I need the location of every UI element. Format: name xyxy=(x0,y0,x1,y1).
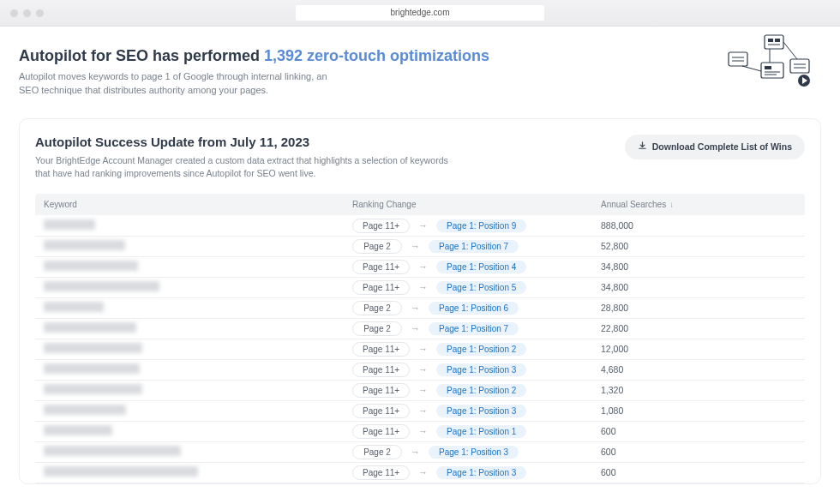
browser-chrome: brightedge.com xyxy=(0,0,840,27)
svg-rect-2 xyxy=(775,39,780,42)
svg-line-11 xyxy=(742,66,761,71)
table-row: Page 11+→Page 1: Position 9888,000 xyxy=(35,215,805,236)
ranking-from-pill: Page 2 xyxy=(352,301,402,315)
th-searches[interactable]: Annual Searches ↓ xyxy=(592,194,805,215)
maximize-window-dot[interactable] xyxy=(36,9,44,17)
table-row: Page 11+→Page 1: Position 21,320 xyxy=(35,380,805,400)
arrow-right-icon: → xyxy=(418,261,428,272)
ranking-to-pill: Page 1: Position 7 xyxy=(429,240,519,253)
ranking-from-pill: Page 11+ xyxy=(352,363,410,377)
ranking-to-pill: Page 1: Position 3 xyxy=(436,405,526,417)
keyword-redacted xyxy=(44,384,142,394)
arrow-right-icon: → xyxy=(418,405,428,416)
ranking-to-pill: Page 1: Position 2 xyxy=(436,343,526,356)
ranking-from-pill: Page 11+ xyxy=(352,219,410,233)
keyword-redacted xyxy=(44,425,112,435)
headline-prefix: Autopilot for SEO has performed xyxy=(19,47,260,64)
arrow-right-icon: → xyxy=(418,426,428,436)
minimize-window-dot[interactable] xyxy=(23,9,31,17)
annual-searches-value: 34,800 xyxy=(601,282,628,292)
keyword-redacted xyxy=(44,446,181,456)
keyword-redacted xyxy=(44,281,159,291)
annual-searches-value: 600 xyxy=(601,447,616,457)
table-row: Page 11+→Page 1: Position 1600 xyxy=(35,421,805,441)
keyword-redacted xyxy=(44,240,125,250)
keyword-redacted xyxy=(44,261,138,271)
annual-searches-value: 22,800 xyxy=(601,323,628,333)
annual-searches-value: 12,000 xyxy=(601,344,628,354)
keyword-redacted xyxy=(44,466,198,477)
ranking-to-pill: Page 1: Position 2 xyxy=(436,384,526,397)
annual-searches-value: 888,000 xyxy=(601,220,633,231)
sort-down-icon: ↓ xyxy=(669,200,674,209)
svg-rect-0 xyxy=(765,35,783,49)
table-row: Page 11+→Page 1: Position 434,800 xyxy=(35,256,805,277)
wins-table: Keyword Ranking Change Annual Searches ↓… xyxy=(35,194,805,483)
ranking-to-pill: Page 1: Position 3 xyxy=(429,446,519,459)
page-content: Autopilot for SEO has performed 1,392 ze… xyxy=(0,27,840,504)
hero-illustration xyxy=(727,33,813,95)
table-row: Page 11+→Page 1: Position 3600 xyxy=(35,462,805,483)
success-card: Autopilot Success Update from July 11, 2… xyxy=(19,118,821,484)
arrow-right-icon: → xyxy=(411,303,420,313)
table-header: Keyword Ranking Change Annual Searches ↓ xyxy=(35,194,805,215)
keyword-redacted xyxy=(44,219,95,230)
download-icon xyxy=(638,141,647,153)
annual-searches-value: 1,320 xyxy=(601,385,623,395)
annual-searches-value: 4,680 xyxy=(601,364,623,375)
ranking-from-pill: Page 11+ xyxy=(352,280,410,295)
keyword-redacted xyxy=(44,343,142,353)
th-ranking[interactable]: Ranking Change xyxy=(344,194,592,215)
table-row: Page 11+→Page 1: Position 34,680 xyxy=(35,359,805,380)
arrow-right-icon: → xyxy=(411,323,420,333)
table-row: Page 2→Page 1: Position 628,800 xyxy=(35,297,805,318)
arrow-right-icon: → xyxy=(418,282,428,292)
page-subheadline: Autopilot moves keywords to page 1 of Go… xyxy=(19,70,327,98)
page-headline: Autopilot for SEO has performed 1,392 ze… xyxy=(19,47,821,65)
svg-rect-4 xyxy=(729,52,747,66)
headline-count: 1,392 zero-touch optimizations xyxy=(264,47,489,64)
keyword-redacted xyxy=(44,302,104,312)
svg-rect-14 xyxy=(790,59,809,73)
ranking-from-pill: Page 2 xyxy=(352,239,402,254)
ranking-from-pill: Page 2 xyxy=(352,445,402,459)
arrow-right-icon: → xyxy=(418,220,428,231)
annual-searches-value: 600 xyxy=(601,426,616,436)
ranking-to-pill: Page 1: Position 1 xyxy=(436,425,526,438)
th-searches-label: Annual Searches xyxy=(601,200,666,209)
annual-searches-value: 34,800 xyxy=(601,261,628,272)
arrow-right-icon: → xyxy=(418,344,428,354)
ranking-to-pill: Page 1: Position 5 xyxy=(436,281,526,294)
download-label: Download Complete List of Wins xyxy=(652,141,792,152)
table-row: Page 2→Page 1: Position 722,800 xyxy=(35,318,805,339)
table-row: Page 2→Page 1: Position 752,800 xyxy=(35,236,805,256)
keyword-redacted xyxy=(44,322,136,333)
svg-rect-1 xyxy=(768,39,773,42)
annual-searches-value: 600 xyxy=(601,467,616,477)
ranking-from-pill: Page 11+ xyxy=(352,404,410,418)
svg-line-13 xyxy=(783,42,797,59)
ranking-to-pill: Page 1: Position 3 xyxy=(436,363,526,376)
ranking-to-pill: Page 1: Position 4 xyxy=(436,261,526,273)
download-wins-button[interactable]: Download Complete List of Wins xyxy=(625,135,805,159)
keyword-redacted xyxy=(44,363,140,374)
close-window-dot[interactable] xyxy=(10,9,18,17)
url-bar[interactable]: brightedge.com xyxy=(296,5,544,21)
annual-searches-value: 28,800 xyxy=(601,303,628,313)
arrow-right-icon: → xyxy=(418,364,428,375)
arrow-right-icon: → xyxy=(418,467,428,477)
annual-searches-value: 52,800 xyxy=(601,241,628,251)
ranking-from-pill: Page 11+ xyxy=(352,342,410,357)
traffic-lights xyxy=(10,9,44,17)
table-row: Page 11+→Page 1: Position 534,800 xyxy=(35,277,805,297)
table-row: Page 11+→Page 1: Position 31,080 xyxy=(35,400,805,421)
arrow-right-icon: → xyxy=(411,447,420,457)
table-row: Page 11+→Page 1: Position 212,000 xyxy=(35,339,805,359)
svg-rect-7 xyxy=(761,63,783,78)
ranking-to-pill: Page 1: Position 3 xyxy=(436,466,526,479)
th-keyword[interactable]: Keyword xyxy=(35,194,344,215)
svg-rect-8 xyxy=(765,66,771,69)
keyword-redacted xyxy=(44,405,126,415)
ranking-from-pill: Page 11+ xyxy=(352,424,410,439)
card-description: Your BrightEdge Account Manager created … xyxy=(35,154,464,180)
